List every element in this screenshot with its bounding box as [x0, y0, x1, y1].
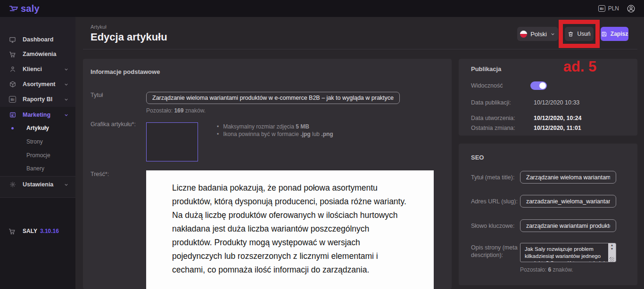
sidebar-item-bi-reports[interactable]: Bi Raporty BI [0, 94, 75, 104]
section-title: Informacje podstawowe [91, 68, 160, 75]
visibility-toggle[interactable] [530, 81, 547, 90]
user-account-icon[interactable] [627, 4, 636, 13]
keyword-label: Słowo kluczowe: [471, 223, 514, 229]
seo-panel: SEO Tytuł (meta title): Adres URL (slug)… [459, 144, 637, 285]
publication-panel: Publikacja Widoczność Data publikacji: 1… [459, 59, 637, 136]
basic-info-panel: Informacje podstawowe Tytuł Pozostało: 1… [83, 59, 452, 289]
resize-grip-icon[interactable] [610, 257, 614, 262]
sidebar-item-dashboard[interactable]: Dashboard [0, 34, 75, 45]
cart-icon [8, 51, 17, 58]
chevron-down-icon [64, 112, 69, 118]
sidebar-item-pages[interactable]: Strony [0, 137, 75, 146]
sidebar-item-assortment[interactable]: Asortyment [0, 79, 75, 89]
monitor-icon [8, 36, 17, 43]
slug-label: Adres URL (slug): [471, 198, 518, 205]
sidebar-item-settings[interactable]: Ustawienia [0, 179, 75, 190]
title-remaining: Pozostało: 169 znaków. [146, 107, 206, 114]
currency-selector[interactable]: Bi PLN [598, 5, 619, 12]
sidebar-item-clients[interactable]: Klienci [0, 64, 75, 74]
modified-date-value: 10/12/2020, 11:01 [534, 125, 581, 131]
topbar: saly Bi PLN [0, 0, 644, 17]
sidebar-item-articles[interactable]: Artykuły [0, 123, 75, 133]
delete-button[interactable]: Usuń [565, 27, 594, 41]
chevron-down-icon [550, 32, 555, 37]
package-icon [8, 81, 17, 88]
currency-label: PLN [608, 5, 619, 12]
meta-description-textarea[interactable]: Jak Saly rozwiązuje problem kilkadziesią… [520, 243, 608, 262]
content-editor[interactable]: Liczne badania pokazują, że ponad połowa… [146, 170, 434, 289]
chevron-down-icon [64, 97, 69, 102]
chevron-down-icon [64, 82, 69, 87]
sidebar-item-banners[interactable]: Banery [0, 164, 75, 173]
poland-flag-icon [520, 31, 527, 38]
logo-text: saly [21, 3, 40, 14]
breadcrumb: Artykuł [91, 24, 107, 30]
bullet-icon: • [217, 130, 219, 138]
publish-date-value: 10/12/2020 10:33 [534, 99, 579, 106]
bi-reports-icon: Bi [8, 96, 17, 103]
save-icon [601, 31, 607, 37]
sidebar-item-marketing[interactable]: Marketing [0, 110, 75, 120]
seo-title: SEO [471, 154, 484, 161]
person-icon [8, 66, 17, 72]
scroll-up-icon[interactable]: ▲ [611, 243, 614, 247]
meta-title-input[interactable] [520, 171, 616, 184]
created-date-value: 10/12/2020, 10:24 [534, 115, 581, 121]
logo[interactable]: saly [8, 3, 40, 14]
save-button[interactable]: Zapisz [601, 27, 628, 41]
active-dot-icon [11, 127, 14, 129]
sidebar-item-promotions[interactable]: Promocje [0, 151, 75, 160]
app-name: SALY [23, 228, 37, 234]
sidebar-item-orders[interactable]: Zamówienia [0, 49, 75, 59]
gear-icon [8, 181, 17, 188]
title-label: Tytuł [91, 92, 103, 98]
toggle-knob [539, 82, 546, 89]
created-date-label: Data utworzenia: [471, 115, 515, 121]
image-upload-box[interactable] [146, 122, 198, 161]
meta-description-label: Opis strony (meta description): [471, 244, 518, 259]
publish-date-label: Data publikacji: [471, 99, 511, 106]
version-number: 3.10.16 [40, 228, 59, 234]
title-input[interactable] [146, 92, 400, 104]
app-version: SALY 3.10.16 [0, 226, 75, 236]
visibility-label: Widoczność [471, 82, 503, 89]
header-divider [83, 49, 637, 49]
chevron-down-icon [64, 67, 69, 72]
modified-date-label: Ostatnia zmiana: [471, 125, 515, 131]
cart-icon [8, 228, 17, 235]
language-dropdown[interactable]: Polski [517, 27, 558, 41]
textarea-scrollbar[interactable]: ▲ ▼ [608, 243, 616, 262]
publication-title: Publikacja [471, 65, 501, 72]
keyword-input[interactable] [520, 219, 616, 232]
description-remaining: Pozostało: 6 znaków. [520, 266, 573, 273]
currency-icon: Bi [598, 5, 605, 12]
annotation-label: ad. 5 [560, 58, 600, 75]
meta-description-field: Jak Saly rozwiązuje problem kilkadziesią… [520, 243, 616, 262]
app-window: saly Bi PLN Dashboard [0, 0, 644, 289]
trash-icon [568, 31, 574, 37]
meta-title-label: Tytuł (meta title): [471, 174, 514, 181]
scroll-down-icon[interactable]: ▼ [611, 247, 614, 251]
cart-logo-icon [8, 3, 19, 14]
image-label: Grafika artykułu*: [91, 121, 136, 128]
slug-input[interactable] [520, 195, 616, 208]
bullet-icon: • [217, 123, 219, 130]
chevron-down-icon [64, 182, 69, 187]
marketing-icon [8, 112, 17, 118]
image-hints: •Maksymalny rozmiar zdjęcia 5 MB •Ikona … [217, 123, 333, 138]
sidebar-footer-block [0, 198, 75, 289]
sidebar: Dashboard Zamówienia Klienci Asortyment [0, 17, 75, 289]
content-label: Treść*: [91, 171, 109, 177]
page-title: Edycja artykułu [91, 31, 167, 43]
